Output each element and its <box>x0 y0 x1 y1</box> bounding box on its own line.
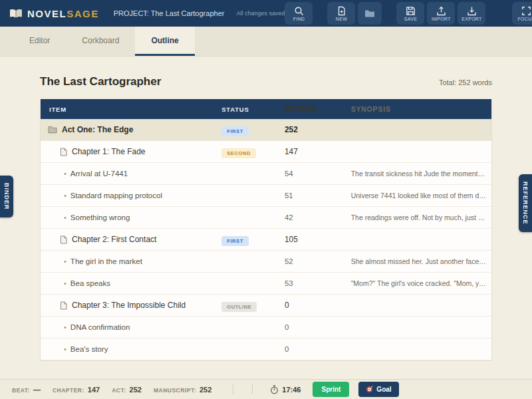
beat-bullet-icon: • <box>64 213 66 221</box>
row-title: Standard mapping protocol <box>70 192 162 200</box>
statusbar: BEAT: — CHAPTER: 147 ACT: 252 MANUSCRIPT… <box>0 379 532 399</box>
timer-value: 17:46 <box>282 386 301 394</box>
stopwatch-icon <box>270 385 279 394</box>
word-count: 52 <box>285 257 351 265</box>
status-badge: OUTLINE <box>221 302 257 312</box>
outline-row-beat[interactable]: •The girl in the market52She almost miss… <box>41 251 491 273</box>
autosave-status: All changes saved <box>236 10 285 17</box>
outline-table-header: ITEM STATUS WORDS SYNOPSIS <box>41 99 491 119</box>
outline-row-act[interactable]: Act One: The EdgeFIRST252 <box>41 119 491 141</box>
export-icon <box>467 6 477 16</box>
focus-icon <box>521 6 531 16</box>
beat-bullet-icon: • <box>64 345 66 353</box>
outline-table: ITEM STATUS WORDS SYNOPSIS Act One: The … <box>40 99 492 361</box>
reference-side-tab[interactable]: REFERENCE <box>519 174 532 232</box>
statusbar-divider <box>233 384 233 394</box>
project-title: PROJECT: The Last Cartographer <box>114 9 225 17</box>
beat-bullet-icon: • <box>64 192 66 200</box>
new-document-icon <box>336 6 346 16</box>
outline-rows: Act One: The EdgeFIRST252Chapter 1: The … <box>41 119 491 360</box>
outline-row-chapter[interactable]: Chapter 2: First ContactFIRST105 <box>41 229 491 251</box>
logo-sage: SAGE <box>66 8 99 19</box>
beat-bullet-icon: • <box>64 170 66 178</box>
row-title: Bea speaks <box>70 279 110 287</box>
app-logo: NOVELSAGE <box>9 8 99 19</box>
word-count: 0 <box>285 323 351 331</box>
word-count: 54 <box>285 170 351 178</box>
row-synopsis: Universe 7441 looked like most of them d… <box>351 192 491 200</box>
document-icon <box>60 235 67 244</box>
outline-row-beat[interactable]: •Bea speaks53"Mom?" The girl's voice cra… <box>41 273 491 295</box>
column-header-status: STATUS <box>221 106 285 113</box>
row-title: DNA confirmation <box>70 323 130 331</box>
folder-icon <box>48 126 57 134</box>
row-title: Arrival at U-7441 <box>70 170 128 178</box>
row-title: Chapter 3: The Impossible Child <box>72 301 186 310</box>
target-icon <box>366 386 373 393</box>
search-icon <box>294 6 304 16</box>
beat-bullet-icon: • <box>64 257 66 265</box>
export-button[interactable]: EXPORT <box>458 2 485 25</box>
statusbar-divider <box>252 384 253 394</box>
stat-act: ACT: 252 <box>112 386 142 394</box>
row-synopsis: "Mom?" The girl's voice cracked. "Mom, y… <box>351 279 491 287</box>
topbar: NOVELSAGE PROJECT: The Last Cartographer… <box>0 0 532 27</box>
save-button[interactable]: SAVE <box>396 2 424 25</box>
stat-beat: BEAT: — <box>12 386 41 394</box>
word-count: 0 <box>285 301 351 310</box>
new-button[interactable]: NEW <box>327 2 355 25</box>
find-button[interactable]: FIND <box>285 2 313 25</box>
document-icon <box>60 301 67 310</box>
row-title: Chapter 1: The Fade <box>72 147 146 156</box>
word-count: 147 <box>285 147 351 156</box>
goal-button-label: Goal <box>376 386 391 393</box>
word-count: 53 <box>285 279 351 287</box>
total-word-count: Total: 252 words <box>439 78 492 86</box>
word-count: 0 <box>285 345 351 353</box>
toolbar: FIND NEW SAVE IMPORT EXPORT <box>285 2 532 25</box>
outline-row-chapter[interactable]: Chapter 1: The FadeSECOND147 <box>41 141 491 163</box>
goal-button[interactable]: Goal <box>358 382 398 397</box>
title-row: The Last Cartographer Total: 252 words <box>40 75 492 88</box>
word-count: 51 <box>285 192 351 200</box>
tab-outline[interactable]: Outline <box>135 27 194 56</box>
outline-row-beat[interactable]: •Something wrong42The readings were off.… <box>41 207 491 229</box>
document-icon <box>60 148 67 156</box>
outline-row-beat[interactable]: •Standard mapping protocol51Universe 744… <box>41 185 491 207</box>
beat-bullet-icon: • <box>64 323 66 331</box>
status-badge: FIRST <box>221 126 249 136</box>
novelsage-app: NOVELSAGE PROJECT: The Last Cartographer… <box>0 0 532 399</box>
import-icon <box>436 6 446 16</box>
view-tabbar: Editor Corkboard Outline <box>0 27 532 57</box>
binder-side-tab[interactable]: BINDER <box>0 176 13 217</box>
logo-novel: NOVEL <box>27 8 66 19</box>
word-count: 252 <box>285 125 351 134</box>
row-synopsis: She almost missed her. Just another face… <box>351 257 491 265</box>
column-header-item: ITEM <box>41 106 221 113</box>
status-badge: FIRST <box>221 236 249 246</box>
row-title: Something wrong <box>70 213 130 221</box>
focus-button[interactable]: FOCUS <box>512 2 532 25</box>
outline-row-beat[interactable]: •Bea's story0 <box>41 338 491 360</box>
import-button[interactable]: IMPORT <box>427 2 455 25</box>
open-folder-button[interactable] <box>358 2 382 25</box>
outline-row-beat[interactable]: •DNA confirmation0 <box>41 317 491 338</box>
column-header-synopsis: SYNOPSIS <box>351 105 491 113</box>
row-synopsis: The readings were off. Not by much, just… <box>351 213 491 221</box>
row-title: Chapter 2: First Contact <box>72 235 156 244</box>
column-header-words: WORDS <box>285 104 351 114</box>
outline-row-beat[interactable]: •Arrival at U-744154The transit sickness… <box>41 163 491 185</box>
stat-manuscript: MANUSCRIPT: 252 <box>154 386 211 394</box>
stat-chapter: CHAPTER: 147 <box>53 386 100 394</box>
outline-view: The Last Cartographer Total: 252 words I… <box>0 57 532 379</box>
tab-corkboard[interactable]: Corkboard <box>66 27 135 56</box>
session-timer: 17:46 <box>270 385 301 394</box>
sprint-button[interactable]: Sprint <box>313 382 349 397</box>
save-icon <box>406 6 416 16</box>
tab-editor[interactable]: Editor <box>13 27 66 56</box>
row-synopsis: The transit sickness hit Jude the moment… <box>351 170 491 178</box>
word-count: 105 <box>285 235 351 244</box>
outline-row-chapter[interactable]: Chapter 3: The Impossible ChildOUTLINE0 <box>41 295 491 317</box>
beat-bullet-icon: • <box>64 279 66 287</box>
status-badge: SECOND <box>221 148 256 158</box>
